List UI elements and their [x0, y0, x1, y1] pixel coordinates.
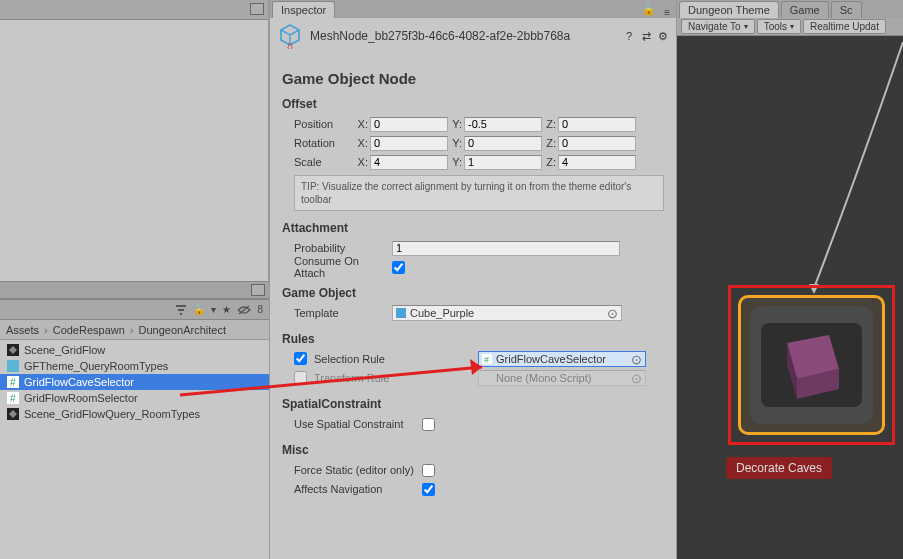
scale-x-input[interactable]: [370, 155, 448, 170]
lock-icon[interactable]: 🔒: [191, 304, 207, 315]
unity-scene-icon: [6, 343, 20, 357]
position-x-input[interactable]: [370, 117, 448, 132]
theme-toolbar: Navigate To▾ Tools▾ Realtime Updat: [677, 18, 903, 36]
tab-scene[interactable]: Sc: [831, 1, 862, 18]
object-picker-icon: ⊙: [629, 371, 643, 385]
scale-y-input[interactable]: [464, 155, 542, 170]
scale-z-input[interactable]: [558, 155, 636, 170]
project-panel: 🔒 ▾ ★ 8 Assets › CodeRespawn › DungeonAr…: [0, 299, 269, 559]
selection-rule-label: Selection Rule: [314, 353, 478, 365]
navigate-dropdown[interactable]: Navigate To▾: [681, 19, 755, 34]
dock-icon[interactable]: [251, 284, 265, 296]
svg-text:#: #: [10, 393, 16, 404]
offset-title: Offset: [282, 97, 664, 111]
dock-icon[interactable]: [250, 3, 264, 15]
breadcrumb-item[interactable]: CodeRespawn: [51, 324, 127, 336]
svg-rect-2: [180, 313, 182, 315]
asset-item[interactable]: Scene_GridFlow: [0, 342, 269, 358]
tip-box: TIP: Visualize the correct alignment by …: [294, 175, 664, 211]
menu-icon[interactable]: ≡: [662, 7, 672, 18]
project-toolbar: 🔒 ▾ ★ 8: [0, 300, 269, 320]
rotation-label: Rotation: [282, 137, 354, 149]
consume-label: Consume On Attach: [282, 255, 392, 279]
breadcrumb-item[interactable]: Assets: [4, 324, 41, 336]
theme-asset-icon: [6, 359, 20, 373]
svg-rect-14: [396, 308, 406, 318]
probability-label: Probability: [282, 242, 392, 254]
dropdown-icon[interactable]: ▾: [209, 304, 218, 315]
tools-dropdown[interactable]: Tools▾: [757, 19, 801, 34]
script-icon: #: [6, 375, 20, 389]
section-title: Game Object Node: [282, 70, 664, 87]
asset-label: Scene_GridFlowQuery_RoomTypes: [24, 408, 200, 420]
right-tabs: Dungeon Theme Game Sc: [677, 0, 903, 18]
consume-checkbox[interactable]: [392, 261, 405, 274]
svg-text:#: #: [10, 377, 16, 388]
breadcrumb[interactable]: Assets › CodeRespawn › DungeonArchitect: [0, 320, 269, 340]
asset-label: Scene_GridFlow: [24, 344, 105, 356]
hidden-icon[interactable]: [235, 304, 253, 316]
transform-rule-label: Transform Rule: [314, 372, 478, 384]
svg-text:{}: {}: [287, 42, 293, 49]
selection-rule-field[interactable]: # GridFlowCaveSelector ⊙: [478, 351, 646, 367]
help-icon[interactable]: ?: [622, 29, 636, 43]
affectsnav-checkbox[interactable]: [422, 483, 435, 496]
asset-list: Scene_GridFlow GFTheme_QueryRoomTypes # …: [0, 340, 269, 424]
unity-scene-icon: [6, 407, 20, 421]
tab-game[interactable]: Game: [781, 1, 829, 18]
inspector-header: {} MeshNode_bb275f3b-46c6-4082-af2e-2bbb…: [270, 18, 676, 54]
viewport[interactable]: Decorate Caves: [677, 36, 903, 559]
affectsnav-label: Affects Navigation: [282, 483, 422, 495]
left-panel: 🔒 ▾ ★ 8 Assets › CodeRespawn › DungeonAr…: [0, 0, 269, 559]
breadcrumb-item[interactable]: DungeonArchitect: [137, 324, 228, 336]
spatial-checkbox[interactable]: [422, 418, 435, 431]
attachment-title: Attachment: [282, 221, 664, 235]
rotation-x-input[interactable]: [370, 136, 448, 151]
asset-item[interactable]: GFTheme_QueryRoomTypes: [0, 358, 269, 374]
template-field[interactable]: Cube_Purple ⊙: [392, 305, 622, 321]
script-icon: #: [6, 391, 20, 405]
connection-curve: [677, 36, 903, 316]
transform-rule-checkbox[interactable]: [294, 371, 307, 384]
position-z-input[interactable]: [558, 117, 636, 132]
rotation-z-input[interactable]: [558, 136, 636, 151]
gameobject-title: Game Object: [282, 286, 664, 300]
theme-editor-panel: Dungeon Theme Game Sc Navigate To▾ Tools…: [677, 0, 903, 559]
filter-icon[interactable]: [173, 304, 189, 316]
asset-item[interactable]: # GridFlowRoomSelector: [0, 390, 269, 406]
asset-item[interactable]: Scene_GridFlowQuery_RoomTypes: [0, 406, 269, 422]
realtime-toggle[interactable]: Realtime Updat: [803, 19, 886, 34]
inspector-panel: Inspector 🔒 ≡ {} MeshNode_bb275f3b-46c6-…: [269, 0, 677, 559]
object-picker-icon[interactable]: ⊙: [605, 306, 619, 320]
lock-icon[interactable]: 🔒: [640, 1, 658, 18]
forcestatic-checkbox[interactable]: [422, 464, 435, 477]
tab-dungeon-theme[interactable]: Dungeon Theme: [679, 1, 779, 18]
spatial-title: SpatialConstraint: [282, 397, 664, 411]
axis-x: X:: [354, 118, 368, 130]
gear-icon[interactable]: ⚙: [656, 29, 670, 43]
rotation-y-input[interactable]: [464, 136, 542, 151]
forcestatic-label: Force Static (editor only): [282, 464, 422, 476]
tab-inspector[interactable]: Inspector: [272, 1, 335, 18]
selection-rule-checkbox[interactable]: [294, 352, 307, 365]
axis-y: Y:: [448, 118, 462, 130]
inspector-body: Game Object Node Offset Position X: Y: Z…: [270, 54, 676, 559]
rules-title: Rules: [282, 332, 664, 346]
script-icon: #: [481, 353, 493, 365]
star-icon[interactable]: ★: [220, 304, 233, 315]
svg-rect-0: [176, 305, 186, 307]
position-label: Position: [282, 118, 354, 130]
asset-item[interactable]: # GridFlowCaveSelector: [0, 374, 269, 390]
object-picker-icon[interactable]: ⊙: [629, 352, 643, 366]
svg-text:#: #: [484, 355, 489, 364]
axis-z: Z:: [542, 118, 556, 130]
prefab-icon: {}: [276, 22, 304, 50]
probability-input[interactable]: [392, 241, 620, 256]
svg-rect-6: [7, 360, 19, 372]
svg-rect-1: [178, 309, 184, 311]
cube-icon: [395, 307, 407, 319]
preset-icon[interactable]: ⇄: [639, 29, 653, 43]
node-label[interactable]: Decorate Caves: [726, 457, 832, 479]
position-y-input[interactable]: [464, 117, 542, 132]
cube-preview-icon: [767, 325, 857, 405]
